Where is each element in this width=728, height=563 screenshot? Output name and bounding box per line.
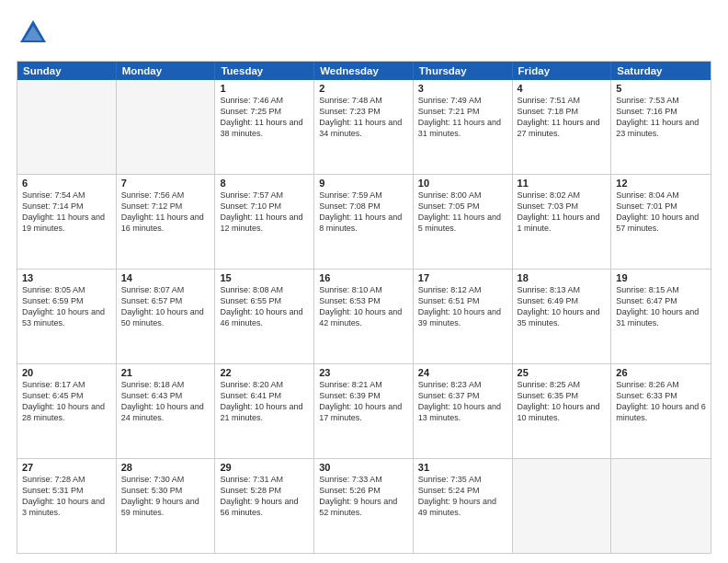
day-number: 9 bbox=[319, 178, 408, 189]
day-info: Sunrise: 8:25 AMSunset: 6:35 PMDaylight:… bbox=[518, 379, 607, 424]
calendar-cell: 16Sunrise: 8:10 AMSunset: 6:53 PMDayligh… bbox=[314, 270, 414, 363]
header-day-monday: Monday bbox=[117, 62, 216, 80]
calendar-cell bbox=[611, 459, 711, 553]
calendar-cell: 3Sunrise: 7:49 AMSunset: 7:21 PMDaylight… bbox=[414, 80, 513, 174]
day-info: Sunrise: 7:48 AMSunset: 7:23 PMDaylight:… bbox=[319, 95, 408, 140]
day-number: 15 bbox=[220, 272, 309, 283]
day-info: Sunrise: 8:02 AMSunset: 7:03 PMDaylight:… bbox=[518, 190, 607, 235]
day-number: 25 bbox=[518, 367, 607, 378]
day-info: Sunrise: 7:31 AMSunset: 5:28 PMDaylight:… bbox=[220, 474, 309, 519]
calendar-cell: 26Sunrise: 8:26 AMSunset: 6:33 PMDayligh… bbox=[611, 364, 711, 458]
day-info: Sunrise: 7:33 AMSunset: 5:26 PMDaylight:… bbox=[319, 474, 408, 519]
calendar-cell: 21Sunrise: 8:18 AMSunset: 6:43 PMDayligh… bbox=[117, 364, 216, 458]
day-info: Sunrise: 8:12 AMSunset: 6:51 PMDaylight:… bbox=[418, 284, 507, 329]
day-number: 17 bbox=[418, 272, 507, 283]
day-number: 22 bbox=[220, 367, 309, 378]
calendar-cell: 24Sunrise: 8:23 AMSunset: 6:37 PMDayligh… bbox=[414, 364, 513, 458]
calendar-cell: 14Sunrise: 8:07 AMSunset: 6:57 PMDayligh… bbox=[117, 270, 216, 363]
day-number: 10 bbox=[418, 178, 507, 189]
day-info: Sunrise: 8:20 AMSunset: 6:41 PMDaylight:… bbox=[220, 379, 309, 424]
calendar-week-1: 1Sunrise: 7:46 AMSunset: 7:25 PMDaylight… bbox=[17, 80, 711, 174]
day-info: Sunrise: 8:05 AMSunset: 6:59 PMDaylight:… bbox=[22, 284, 111, 329]
day-info: Sunrise: 7:57 AMSunset: 7:10 PMDaylight:… bbox=[220, 190, 309, 235]
day-number: 16 bbox=[319, 272, 408, 283]
day-number: 2 bbox=[319, 83, 408, 94]
calendar-cell: 5Sunrise: 7:53 AMSunset: 7:16 PMDaylight… bbox=[611, 80, 711, 174]
calendar-cell bbox=[17, 80, 117, 174]
calendar-cell: 19Sunrise: 8:15 AMSunset: 6:47 PMDayligh… bbox=[611, 270, 711, 363]
day-info: Sunrise: 8:17 AMSunset: 6:45 PMDaylight:… bbox=[22, 379, 111, 424]
calendar-body: 1Sunrise: 7:46 AMSunset: 7:25 PMDaylight… bbox=[17, 80, 711, 553]
calendar-cell: 18Sunrise: 8:13 AMSunset: 6:49 PMDayligh… bbox=[513, 270, 612, 363]
day-number: 30 bbox=[319, 462, 408, 473]
calendar-cell: 25Sunrise: 8:25 AMSunset: 6:35 PMDayligh… bbox=[513, 364, 612, 458]
day-info: Sunrise: 8:10 AMSunset: 6:53 PMDaylight:… bbox=[319, 284, 408, 329]
day-number: 27 bbox=[22, 462, 111, 473]
day-number: 23 bbox=[319, 367, 408, 378]
day-info: Sunrise: 7:49 AMSunset: 7:21 PMDaylight:… bbox=[418, 95, 507, 140]
day-info: Sunrise: 8:26 AMSunset: 6:33 PMDaylight:… bbox=[616, 379, 706, 424]
calendar-cell: 12Sunrise: 8:04 AMSunset: 7:01 PMDayligh… bbox=[611, 175, 711, 269]
day-number: 11 bbox=[518, 178, 607, 189]
header-day-friday: Friday bbox=[513, 62, 612, 80]
calendar-week-3: 13Sunrise: 8:05 AMSunset: 6:59 PMDayligh… bbox=[17, 269, 711, 363]
day-info: Sunrise: 7:59 AMSunset: 7:08 PMDaylight:… bbox=[319, 190, 408, 235]
calendar-cell: 28Sunrise: 7:30 AMSunset: 5:30 PMDayligh… bbox=[117, 459, 216, 553]
calendar-cell: 10Sunrise: 8:00 AMSunset: 7:05 PMDayligh… bbox=[414, 175, 513, 269]
calendar-cell bbox=[117, 80, 216, 174]
calendar-cell: 11Sunrise: 8:02 AMSunset: 7:03 PMDayligh… bbox=[513, 175, 612, 269]
calendar-cell: 6Sunrise: 7:54 AMSunset: 7:14 PMDaylight… bbox=[17, 175, 117, 269]
header bbox=[17, 17, 711, 53]
page: SundayMondayTuesdayWednesdayThursdayFrid… bbox=[0, 0, 728, 563]
logo bbox=[17, 17, 53, 53]
day-number: 21 bbox=[121, 367, 210, 378]
calendar-cell: 17Sunrise: 8:12 AMSunset: 6:51 PMDayligh… bbox=[414, 270, 513, 363]
day-info: Sunrise: 7:28 AMSunset: 5:31 PMDaylight:… bbox=[22, 474, 111, 519]
day-number: 18 bbox=[518, 272, 607, 283]
calendar-cell: 1Sunrise: 7:46 AMSunset: 7:25 PMDaylight… bbox=[215, 80, 314, 174]
day-number: 1 bbox=[220, 83, 309, 94]
day-info: Sunrise: 8:00 AMSunset: 7:05 PMDaylight:… bbox=[418, 190, 507, 235]
calendar-cell: 29Sunrise: 7:31 AMSunset: 5:28 PMDayligh… bbox=[215, 459, 314, 553]
day-info: Sunrise: 7:35 AMSunset: 5:24 PMDaylight:… bbox=[418, 474, 507, 519]
day-number: 12 bbox=[616, 178, 706, 189]
calendar-cell: 7Sunrise: 7:56 AMSunset: 7:12 PMDaylight… bbox=[117, 175, 216, 269]
header-day-tuesday: Tuesday bbox=[215, 62, 314, 80]
day-number: 5 bbox=[616, 83, 706, 94]
calendar-week-2: 6Sunrise: 7:54 AMSunset: 7:14 PMDaylight… bbox=[17, 174, 711, 269]
calendar: SundayMondayTuesdayWednesdayThursdayFrid… bbox=[17, 61, 711, 554]
day-info: Sunrise: 8:15 AMSunset: 6:47 PMDaylight:… bbox=[616, 284, 706, 329]
day-number: 7 bbox=[121, 178, 210, 189]
calendar-cell: 13Sunrise: 8:05 AMSunset: 6:59 PMDayligh… bbox=[17, 270, 117, 363]
day-number: 28 bbox=[121, 462, 210, 473]
day-info: Sunrise: 8:13 AMSunset: 6:49 PMDaylight:… bbox=[518, 284, 607, 329]
day-number: 6 bbox=[22, 178, 111, 189]
calendar-cell: 31Sunrise: 7:35 AMSunset: 5:24 PMDayligh… bbox=[414, 459, 513, 553]
day-number: 20 bbox=[22, 367, 111, 378]
day-number: 14 bbox=[121, 272, 210, 283]
day-number: 24 bbox=[418, 367, 507, 378]
calendar-cell: 30Sunrise: 7:33 AMSunset: 5:26 PMDayligh… bbox=[314, 459, 414, 553]
day-number: 13 bbox=[22, 272, 111, 283]
day-number: 26 bbox=[616, 367, 706, 378]
day-info: Sunrise: 8:04 AMSunset: 7:01 PMDaylight:… bbox=[616, 190, 706, 235]
day-info: Sunrise: 7:54 AMSunset: 7:14 PMDaylight:… bbox=[22, 190, 111, 235]
header-day-saturday: Saturday bbox=[611, 62, 711, 80]
day-info: Sunrise: 7:56 AMSunset: 7:12 PMDaylight:… bbox=[121, 190, 210, 235]
logo-icon bbox=[17, 17, 50, 50]
calendar-cell: 22Sunrise: 8:20 AMSunset: 6:41 PMDayligh… bbox=[215, 364, 314, 458]
calendar-cell bbox=[513, 459, 612, 553]
calendar-cell: 27Sunrise: 7:28 AMSunset: 5:31 PMDayligh… bbox=[17, 459, 117, 553]
calendar-cell: 8Sunrise: 7:57 AMSunset: 7:10 PMDaylight… bbox=[215, 175, 314, 269]
calendar-cell: 9Sunrise: 7:59 AMSunset: 7:08 PMDaylight… bbox=[314, 175, 414, 269]
day-info: Sunrise: 8:23 AMSunset: 6:37 PMDaylight:… bbox=[418, 379, 507, 424]
header-day-wednesday: Wednesday bbox=[314, 62, 414, 80]
header-day-sunday: Sunday bbox=[17, 62, 117, 80]
calendar-cell: 2Sunrise: 7:48 AMSunset: 7:23 PMDaylight… bbox=[314, 80, 414, 174]
day-number: 8 bbox=[220, 178, 309, 189]
calendar-week-4: 20Sunrise: 8:17 AMSunset: 6:45 PMDayligh… bbox=[17, 363, 711, 458]
day-info: Sunrise: 8:18 AMSunset: 6:43 PMDaylight:… bbox=[121, 379, 210, 424]
day-info: Sunrise: 8:08 AMSunset: 6:55 PMDaylight:… bbox=[220, 284, 309, 329]
calendar-cell: 15Sunrise: 8:08 AMSunset: 6:55 PMDayligh… bbox=[215, 270, 314, 363]
day-info: Sunrise: 7:51 AMSunset: 7:18 PMDaylight:… bbox=[518, 95, 607, 140]
